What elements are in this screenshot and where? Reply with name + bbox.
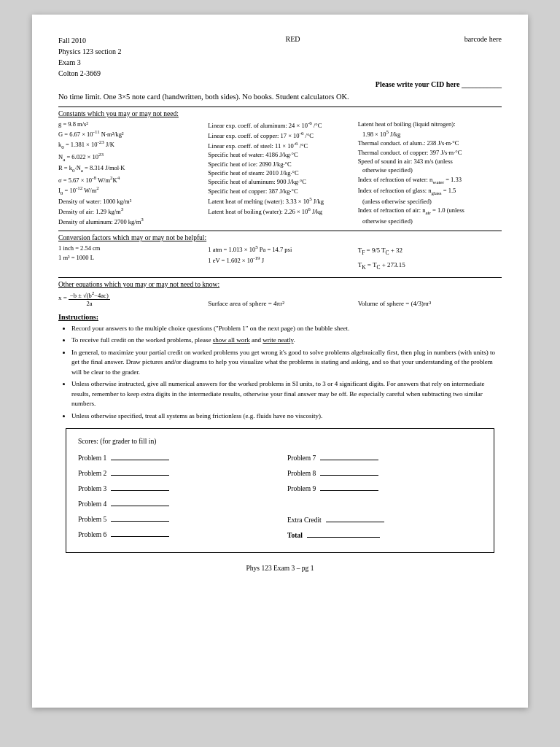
other-eq-title: Other equations which you may or may not… (58, 281, 502, 288)
problem-4-label: Problem 4 (78, 497, 106, 512)
problem-8-label: Problem 8 (287, 466, 316, 481)
header-right: barcode here (464, 35, 502, 79)
problem-6-label: Problem 6 (78, 527, 106, 543)
other-equations-section: Other equations which you may or may not… (58, 277, 502, 307)
physics-line: Physics 123 section 2 (58, 46, 121, 57)
conversion-title: Conversion factors which may or may not … (58, 234, 502, 241)
problem-7-row: Problem 7 (287, 451, 482, 466)
fall-line: Fall 2010 (58, 35, 121, 46)
problem-7-label: Problem 7 (287, 451, 316, 466)
colton-line: Colton 2-3669 (58, 68, 121, 79)
instruction-5: Unless otherwise specified, treat all sy… (71, 411, 502, 422)
problem-5-label: Problem 5 (78, 512, 106, 527)
problem-5-blank (111, 513, 169, 522)
total-blank (307, 529, 380, 538)
scores-box: Scores: (for grader to fill in) Problem … (66, 428, 494, 552)
no-time-limit: No time limit. One 3×5 note card (handwr… (58, 93, 502, 101)
problem-2-row: Problem 2 (78, 466, 273, 481)
scores-grid: Problem 1 Problem 2 Problem 3 Problem 4 … (78, 451, 482, 543)
total-label: Total (287, 528, 303, 543)
constants-grid: g = 9.8 m/s² G = 6.67 × 10-11 N·m²/kg² k… (58, 120, 502, 226)
cid-text: Please write your CID here ___________ (376, 80, 502, 88)
problem-9-row: Problem 9 (287, 481, 482, 497)
barcode-label: barcode here (464, 35, 502, 43)
instructions-title: Instructions: (58, 313, 502, 321)
surface-area-formula: Surface area of sphere = 4πr² (208, 300, 351, 307)
exam-page: Fall 2010 Physics 123 section 2 Exam 3 C… (32, 15, 528, 708)
conversion-section: Conversion factors which may or may not … (58, 231, 502, 273)
header-left: Fall 2010 Physics 123 section 2 Exam 3 C… (58, 35, 121, 79)
instruction-3: In general, to maximize your partial cre… (71, 348, 502, 378)
problem-2-blank (111, 467, 169, 476)
conversion-col1: 1 inch = 2.54 cm 1 m³ = 1000 L (58, 244, 202, 273)
problem-6-blank (111, 528, 169, 537)
problem-1-label: Problem 1 (78, 451, 106, 466)
instruction-4: Unless otherwise instructed, give all nu… (71, 379, 502, 409)
extra-credit-row: Extra Credit (287, 513, 482, 528)
constants-title: Constants which you may or may not need: (58, 110, 502, 117)
instruction-2: To receive full credit on the worked pro… (71, 336, 502, 346)
problem-3-row: Problem 3 (78, 481, 273, 497)
constants-col2: Linear exp. coeff. of aluminum: 24 × 10-… (208, 120, 351, 226)
constants-col3: Latent heat of boiling (liquid nitrogen)… (358, 120, 502, 226)
footer-text: Phys 123 Exam 3 – pg 1 (246, 565, 314, 572)
instruction-1: Record your answers to the multiple choi… (71, 324, 502, 334)
extra-credit-blank (326, 514, 384, 522)
quadratic-formula: x = −b ± √(b2−4ac) 2a (58, 290, 202, 307)
instructions-list: Record your answers to the multiple choi… (58, 324, 502, 422)
footer: Phys 123 Exam 3 – pg 1 (58, 565, 502, 572)
temp-formulas: TF = 9/5 TC + 32 TK = TC + 273.15 (358, 244, 502, 273)
problem-7-blank (320, 452, 378, 460)
header-center: RED (286, 35, 300, 79)
conversion-grid: 1 inch = 2.54 cm 1 m³ = 1000 L 1 atm = 1… (58, 244, 502, 273)
problem-5-row: Problem 5 (78, 512, 273, 527)
problem-9-label: Problem 9 (287, 481, 316, 497)
total-row: Total (287, 528, 482, 543)
scores-right-col: Problem 7 Problem 8 Problem 9 Extra Cred… (287, 451, 482, 543)
header: Fall 2010 Physics 123 section 2 Exam 3 C… (58, 35, 502, 79)
problem-8-row: Problem 8 (287, 466, 482, 481)
extra-credit-label: Extra Credit (287, 513, 322, 528)
problem-4-row: Problem 4 (78, 497, 273, 512)
exam-line: Exam 3 (58, 57, 121, 68)
constants-section: Constants which you may or may not need:… (58, 107, 502, 226)
problem-4-blank (111, 498, 169, 506)
problem-6-row: Problem 6 (78, 527, 273, 543)
problem-9-blank (320, 482, 378, 491)
color-label: RED (286, 35, 300, 43)
problem-8-blank (320, 467, 378, 476)
problem-1-blank (111, 452, 169, 460)
other-eq-grid: x = −b ± √(b2−4ac) 2a Surface area of sp… (58, 290, 502, 307)
volume-formula: Volume of sphere = (4/3)πr³ (358, 300, 502, 307)
problem-2-label: Problem 2 (78, 466, 106, 481)
conversion-col2: 1 atm = 1.013 × 105 Pa = 14.7 psi 1 eV =… (208, 244, 351, 273)
cid-line: Please write your CID here ___________ (58, 80, 502, 88)
scores-title: Scores: (for grader to fill in) (78, 438, 482, 445)
problem-3-label: Problem 3 (78, 481, 106, 497)
problem-1-row: Problem 1 (78, 451, 273, 466)
constants-col1: g = 9.8 m/s² G = 6.67 × 10-11 N·m²/kg² k… (58, 120, 202, 226)
scores-left-col: Problem 1 Problem 2 Problem 3 Problem 4 … (78, 451, 273, 543)
instructions-section: Instructions: Record your answers to the… (58, 313, 502, 422)
problem-3-blank (111, 482, 169, 491)
